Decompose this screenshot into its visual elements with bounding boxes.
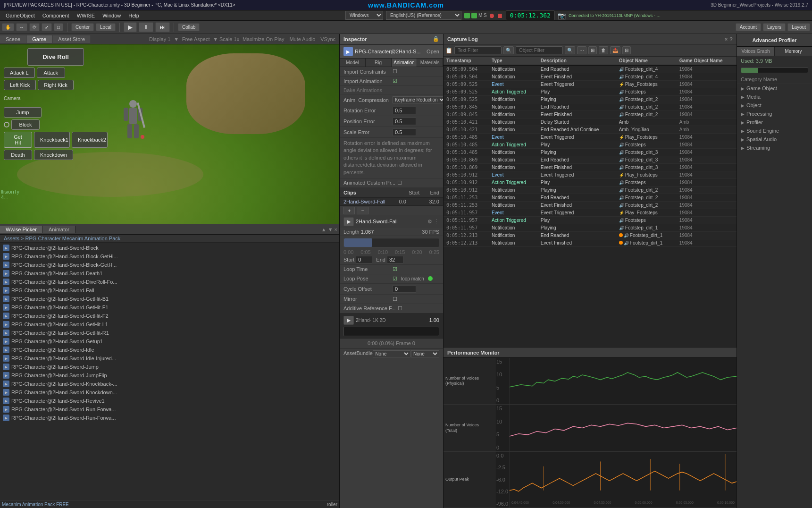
category-profiler[interactable]: ▶ Profiler — [737, 118, 812, 127]
timeline[interactable] — [343, 238, 439, 247]
clip-item[interactable]: 2Hand-Sword-Fall 0.0 32.0 — [340, 198, 443, 206]
attack-l-button[interactable]: Attack L — [4, 68, 35, 78]
asset-item[interactable]: ▶RPG-Character@2Hand-Sword-GetHit-F2 — [1, 312, 338, 320]
log-row[interactable]: 0:05:09.504 Notification End Reached 🔊Fo… — [444, 65, 737, 73]
maximize-btn[interactable]: Maximize On Play — [241, 36, 286, 42]
clip-settings-icon[interactable]: ⚙ — [427, 219, 432, 225]
category-streaming[interactable]: ▶ Streaming — [737, 144, 812, 152]
capture-icon[interactable]: 📷 — [558, 12, 566, 19]
capture-view-btn[interactable]: ⊞ — [588, 46, 597, 54]
asset-item[interactable]: ▶RPG-Character@2Hand-Sword-Block-GetHi..… — [1, 252, 338, 261]
log-row[interactable]: 0:05:11.957 Notification Playing 🔊Footst… — [444, 224, 737, 232]
compression-select[interactable]: Keyframe Reduction — [393, 96, 443, 103]
layout-btn[interactable]: Layout — [787, 23, 810, 31]
start-input[interactable] — [356, 256, 372, 263]
assetbundle-select[interactable]: None — [373, 350, 410, 357]
left-kick-button[interactable]: Left Kick — [4, 80, 36, 90]
tab-asset-store[interactable]: Asset Store — [52, 35, 91, 43]
log-row[interactable]: 0:05:10.485 Event Event Triggered ⚡Play_… — [444, 134, 737, 141]
log-row[interactable]: 0:05:12.213 Notification Event Finished … — [444, 239, 737, 247]
aspect-select[interactable]: Free Aspect — [180, 36, 212, 42]
asset-item[interactable]: ▶RPG-Character@2Hand-Sword-Block-GetH... — [1, 261, 338, 269]
log-row[interactable]: 0:05:10.912 Notification Playing 🔊Footst… — [444, 186, 737, 194]
log-row[interactable]: 0:05:10.421 Notification End Reached And… — [444, 126, 737, 134]
capture-settings-btn[interactable]: ⋯ — [577, 46, 586, 54]
asset-item[interactable]: ▶RPG-Character@2Hand-Sword-Run-Forwa... — [1, 405, 338, 414]
rotation-error-input[interactable] — [393, 107, 416, 114]
menu-window[interactable]: Window — [99, 12, 125, 19]
inspector-tab-rig[interactable]: Rig — [366, 59, 392, 67]
step-btn[interactable]: ⏭ — [155, 22, 170, 32]
knockdown-button[interactable]: Knockdown — [34, 150, 73, 160]
category-object[interactable]: ▶ Object — [737, 101, 812, 110]
asset-item[interactable]: ▶RPG-Character@2Hand-Sword-Knockdown... — [1, 388, 338, 397]
collab-btn[interactable]: Collab — [178, 23, 200, 31]
toolbar-hand[interactable]: ✋ — [2, 23, 14, 31]
loop-pose-check[interactable]: ☑ — [393, 276, 397, 282]
log-row[interactable]: 0:05:11.253 Notification Event Finished … — [444, 202, 737, 209]
asset-item[interactable]: ▶RPG-Character@2Hand-Sword-Death1 — [1, 269, 338, 278]
toolbar-scale[interactable]: ⤢ — [42, 23, 52, 31]
tab-scene[interactable]: Scene — [0, 35, 26, 43]
menu-help[interactable]: Help — [125, 12, 143, 19]
capture-log-help[interactable]: ? — [729, 36, 733, 42]
right-kick-button[interactable]: Right Kick — [38, 80, 74, 90]
scale-error-input[interactable] — [393, 128, 416, 136]
text-filter-input[interactable] — [454, 46, 502, 54]
pause-btn[interactable]: ⏸ — [139, 22, 153, 32]
asset-item[interactable]: ▶RPG-Character@2Hand-Sword-Run-Forwa... — [1, 414, 338, 422]
asset-item[interactable]: ▶RPG-Character@2Hand-Sword-Block — [1, 244, 338, 252]
category-spatial-audio[interactable]: ▶ Spatial Audio — [737, 135, 812, 144]
panel-resize[interactable]: ▲ ▼ × — [319, 227, 339, 232]
log-row[interactable]: 0:05:11.957 Event Event Triggered ⚡Play_… — [444, 209, 737, 217]
tab-wwise-picker[interactable]: Wwise Picker — [0, 226, 43, 233]
toolbar-rect[interactable]: □ — [54, 23, 63, 31]
asset-item[interactable]: ▶RPG-Character@2Hand-Sword-Fall — [1, 286, 338, 295]
loop-time-check[interactable]: ☑ — [393, 266, 397, 272]
log-row[interactable]: 0:05:09.845 Notification Event Finished … — [444, 111, 737, 119]
inspector-lock[interactable]: 🔒 — [433, 36, 439, 42]
capture-filter2-btn[interactable]: ⊟ — [622, 46, 631, 54]
account-btn[interactable]: Account — [736, 23, 761, 31]
get-hit-button[interactable]: Get Hit — [4, 132, 32, 148]
inspector-tab-materials[interactable]: Materials — [417, 59, 443, 67]
block-radio[interactable] — [4, 122, 9, 127]
vsync-btn[interactable]: VSync — [318, 36, 337, 42]
log-row[interactable]: 0:05:10.485 Action Triggered Play 🔊Foots… — [444, 141, 737, 149]
filter-btn[interactable]: 🔍 — [503, 46, 514, 54]
toolbar-rotate[interactable]: ⟳ — [29, 23, 40, 31]
asset-item[interactable]: ▶RPG-Character@2Hand-Sword-Getup1 — [1, 337, 338, 346]
log-row[interactable]: 0:05:10.912 Event Event Triggered ⚡Play_… — [444, 171, 737, 179]
layers-btn[interactable]: Layers — [763, 23, 786, 31]
open-btn[interactable]: Open — [427, 49, 439, 54]
inspector-tab-animation[interactable]: Animation — [392, 59, 418, 67]
capture-export-btn[interactable]: 📤 — [610, 46, 620, 54]
stop-btn[interactable]: ⏹ — [496, 12, 503, 19]
record-btn[interactable]: ⏺ — [488, 12, 495, 19]
asset-item[interactable]: ▶RPG-Character@2Hand-Sword-Revive1 — [1, 397, 338, 405]
import-constraints-check[interactable]: ☐ — [393, 68, 397, 75]
knockback1-button[interactable]: Knockback1 — [34, 132, 70, 148]
menu-gameobject[interactable]: GameObject — [2, 12, 39, 19]
language-select[interactable]: English(US) (Reference) — [386, 11, 461, 20]
log-row[interactable]: 0:05:09.525 Event Event Triggered ⚡Play_… — [444, 81, 737, 88]
import-animation-check[interactable]: ☑ — [393, 78, 397, 84]
obj-filter-btn[interactable]: 🔍 — [565, 46, 575, 54]
category-processing[interactable]: ▶ Processing — [737, 110, 812, 118]
play-btn[interactable]: ▶ — [124, 22, 137, 32]
animation-timeline[interactable] — [343, 327, 439, 336]
death-button[interactable]: Death — [4, 150, 32, 160]
object-filter-input[interactable] — [516, 46, 563, 54]
log-row[interactable]: 0:05:09.525 Action Triggered Play 🔊Foots… — [444, 88, 737, 96]
capture-clear-btn[interactable]: 🗑 — [599, 46, 608, 54]
anim-play-btn[interactable]: ▶ — [343, 316, 354, 325]
cycle-input[interactable] — [393, 285, 416, 293]
add-clip-btn[interactable]: + — [343, 207, 355, 214]
display-select[interactable]: Display 1 — [147, 36, 172, 42]
local-btn[interactable]: Local — [96, 23, 116, 31]
dive-roll-button[interactable]: Dive Roll — [27, 48, 84, 66]
asset-item[interactable]: ▶RPG-Character@2Hand-Sword-Knockback-... — [1, 380, 338, 388]
asset-item[interactable]: ▶RPG-Character@2Hand-Sword-Idle-Injured.… — [1, 354, 338, 363]
log-row[interactable]: 0:05:11.957 Action Triggered Play 🔊Foots… — [444, 217, 737, 224]
inspector-tab-model[interactable]: Model — [340, 59, 366, 67]
